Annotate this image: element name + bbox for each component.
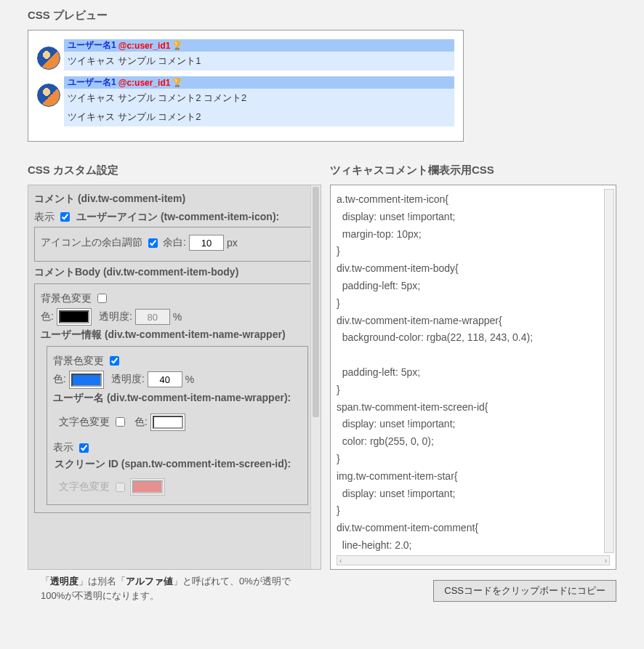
username-subbox: 文字色変更 色: — [59, 409, 302, 435]
css-output-box: a.tw-comment-item-icon{ display: unset !… — [330, 185, 616, 570]
preview-box: ユーザー名1 @c:user_id1 🏆 ツイキャス サンプル コメント1 ユー… — [28, 30, 464, 142]
scrollbar-vertical[interactable] — [604, 189, 614, 553]
namewrap-opacity-label: 透明度: — [111, 373, 145, 386]
comment-text: ツイキャス サンプル コメント2 — [64, 108, 454, 126]
namewrap-opacity-input[interactable] — [148, 371, 182, 387]
namewrap-legend: ユーザー情報 (div.tw-comment-item-name-wrapper… — [41, 328, 308, 342]
comment-text: ツイキャス サンプル コメント1 — [64, 52, 454, 70]
footnote: 「透明度」は別名「アルファ値」と呼ばれて、0%が透明で100%が不透明になります… — [28, 570, 321, 602]
namewrap-bg-label: 背景色変更 — [53, 355, 104, 368]
username-legend: ユーザー名 (div.tw-comment-item-name-wrapper)… — [53, 392, 302, 405]
body-bg-label: 背景色変更 — [41, 292, 92, 305]
screenid-legend: スクリーン ID (span.tw-comment-item-screen-id… — [55, 458, 291, 471]
comment-avatar-link[interactable] — [37, 84, 60, 126]
icon-legend: ユーザーアイコン (tw-comment-item-icon): — [76, 211, 279, 224]
screenid-textcolor-checkbox[interactable] — [116, 483, 125, 492]
comment-avatar-link[interactable] — [37, 47, 60, 70]
icon-subbox: アイコン上の余白調節 余白: px — [34, 227, 315, 262]
custom-panel: コメント (div.tw-comment-item) 表示 ユーザーアイコン (… — [28, 185, 321, 570]
custom-heading: CSS カスタム設定 — [28, 164, 321, 177]
screenid-color-swatch[interactable] — [132, 480, 163, 493]
namewrap-opacity-unit: % — [185, 374, 194, 385]
username-textcolor-prefix: 色: — [134, 416, 148, 429]
screen-id: @c:user_id1 — [118, 78, 171, 88]
avatar-icon — [37, 84, 60, 107]
body-opacity-label: 透明度: — [99, 310, 132, 323]
username-textcolor-label: 文字色変更 — [59, 416, 110, 429]
icon-margin-unit: px — [227, 237, 238, 249]
namewrap-subbox: 背景色変更 色: 透明度: % ユーザー名 (div.tw-comment-it… — [47, 346, 308, 505]
comment-item: ユーザー名1 @c:user_id1 🏆 ツイキャス サンプル コメント1 — [37, 39, 454, 70]
name-wrapper: ユーザー名1 @c:user_id1 🏆 — [64, 39, 454, 52]
comment-item: ユーザー名1 @c:user_id1 🏆 ツイキャス サンプル コメント2 コメ… — [37, 76, 454, 126]
screenid-subbox: 文字色変更 — [59, 474, 302, 500]
username-color-swatch[interactable] — [153, 416, 183, 429]
comment-text: ツイキャス サンプル コメント2 コメント2 — [64, 89, 454, 108]
css-output-text[interactable]: a.tw-comment-item-icon{ display: unset !… — [337, 191, 610, 551]
star-icon: 🏆 — [172, 41, 182, 50]
icon-show-label: 表示 — [34, 211, 55, 224]
output-heading: ツィキャスコメント欄表示用CSS — [330, 164, 616, 177]
username: ユーザー名1 — [68, 39, 116, 52]
screenid-show-label: 表示 — [53, 441, 73, 454]
namewrap-color-label: 色: — [53, 373, 66, 386]
icon-show-checkbox[interactable] — [60, 212, 70, 222]
icon-margin-input[interactable] — [189, 235, 224, 251]
screenid-show-checkbox[interactable] — [79, 443, 89, 453]
root-legend: コメント (div.tw-comment-item) — [34, 193, 315, 206]
scrollbar-vertical[interactable] — [310, 185, 321, 569]
avatar-icon — [37, 47, 60, 70]
namewrap-bg-checkbox[interactable] — [110, 356, 119, 366]
screen-id: @c:user_id1 — [118, 41, 171, 51]
body-legend: コメントBody (div.tw-comment-item-body) — [34, 266, 315, 279]
username: ユーザー名1 — [68, 76, 116, 89]
body-subbox: 背景色変更 色: 透明度: % ユーザー情報 (div.tw-comment-i… — [34, 283, 315, 513]
copy-css-button[interactable]: CSSコードをクリップボードにコピー — [433, 580, 616, 602]
icon-margin-checkbox[interactable] — [148, 238, 158, 248]
comment-body: ユーザー名1 @c:user_id1 🏆 ツイキャス サンプル コメント2 コメ… — [60, 76, 454, 126]
body-bg-checkbox[interactable] — [97, 294, 107, 303]
body-color-label: 色: — [41, 310, 54, 323]
scrollbar-horizontal[interactable]: ‹› — [337, 555, 610, 565]
body-opacity-unit: % — [173, 311, 182, 323]
screenid-textcolor-label: 文字色変更 — [59, 480, 110, 493]
icon-margin-label: アイコン上の余白調節 — [41, 236, 142, 249]
body-color-swatch[interactable] — [59, 310, 89, 323]
name-wrapper: ユーザー名1 @c:user_id1 🏆 — [64, 76, 454, 89]
preview-heading: CSS プレビュー — [28, 9, 616, 23]
star-icon: 🏆 — [172, 78, 182, 87]
icon-margin-prefix: 余白: — [163, 236, 186, 249]
namewrap-color-swatch[interactable] — [71, 374, 102, 387]
comment-body: ユーザー名1 @c:user_id1 🏆 ツイキャス サンプル コメント1 — [60, 39, 454, 70]
username-textcolor-checkbox[interactable] — [116, 417, 125, 427]
body-opacity-input[interactable] — [135, 309, 170, 325]
